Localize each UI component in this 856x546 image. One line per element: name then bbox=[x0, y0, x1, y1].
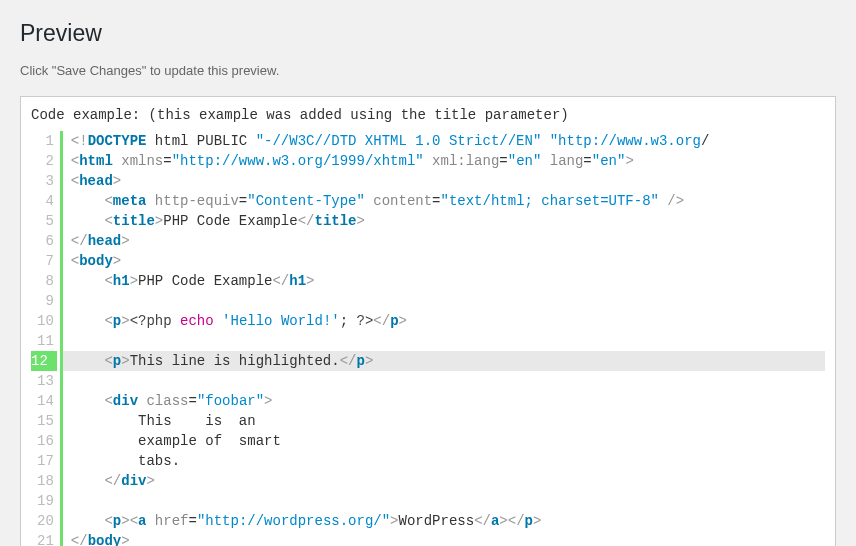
code-line: <div class="foobar"> bbox=[71, 391, 825, 411]
line-number: 4 bbox=[31, 191, 54, 211]
code-area: 12345678910111213141516171819202122 <!DO… bbox=[31, 131, 825, 546]
line-number-gutter: 12345678910111213141516171819202122 bbox=[31, 131, 63, 546]
code-line: <head> bbox=[71, 171, 825, 191]
line-number: 13 bbox=[31, 371, 54, 391]
code-title: Code example: (this example was added us… bbox=[31, 105, 825, 125]
line-number: 17 bbox=[31, 451, 54, 471]
line-number: 8 bbox=[31, 271, 54, 291]
line-number: 3 bbox=[31, 171, 54, 191]
code-line: tabs. bbox=[71, 451, 825, 471]
code-line bbox=[71, 291, 825, 311]
code-line: <meta http-equiv="Content-Type" content=… bbox=[71, 191, 825, 211]
line-number: 14 bbox=[31, 391, 54, 411]
line-number: 1 bbox=[31, 131, 54, 151]
code-line: <h1>PHP Code Example</h1> bbox=[71, 271, 825, 291]
code-line: <title>PHP Code Example</title> bbox=[71, 211, 825, 231]
preview-instruction: Click "Save Changes" to update this prev… bbox=[20, 63, 836, 78]
line-number: 11 bbox=[31, 331, 54, 351]
code-line: <p><a href="http://wordpress.org/">WordP… bbox=[71, 511, 825, 531]
line-number: 12 bbox=[31, 351, 57, 371]
code-line: example of smart bbox=[71, 431, 825, 451]
code-line: <p><?php echo 'Hello World!'; ?></p> bbox=[71, 311, 825, 331]
preview-heading: Preview bbox=[20, 20, 836, 47]
code-line bbox=[71, 371, 825, 391]
line-number: 9 bbox=[31, 291, 54, 311]
line-number: 16 bbox=[31, 431, 54, 451]
line-number: 15 bbox=[31, 411, 54, 431]
code-line: <html xmlns="http://www.w3.org/1999/xhtm… bbox=[71, 151, 825, 171]
code-line bbox=[71, 331, 825, 351]
code-line: <body> bbox=[71, 251, 825, 271]
code-lines: <!DOCTYPE html PUBLIC "-//W3C//DTD XHTML… bbox=[63, 131, 825, 546]
code-line: </div> bbox=[71, 471, 825, 491]
line-number: 7 bbox=[31, 251, 54, 271]
line-number: 18 bbox=[31, 471, 54, 491]
line-number: 6 bbox=[31, 231, 54, 251]
code-line: This is an bbox=[71, 411, 825, 431]
line-number: 21 bbox=[31, 531, 54, 546]
line-number: 5 bbox=[31, 211, 54, 231]
code-line: <p>This line is highlighted.</p> bbox=[63, 351, 825, 371]
line-number: 2 bbox=[31, 151, 54, 171]
line-number: 19 bbox=[31, 491, 54, 511]
code-line: <!DOCTYPE html PUBLIC "-//W3C//DTD XHTML… bbox=[71, 131, 825, 151]
line-number: 20 bbox=[31, 511, 54, 531]
code-line: </head> bbox=[71, 231, 825, 251]
code-line bbox=[71, 491, 825, 511]
line-number: 10 bbox=[31, 311, 54, 331]
code-line: </body> bbox=[71, 531, 825, 546]
code-example-box: Code example: (this example was added us… bbox=[20, 96, 836, 546]
